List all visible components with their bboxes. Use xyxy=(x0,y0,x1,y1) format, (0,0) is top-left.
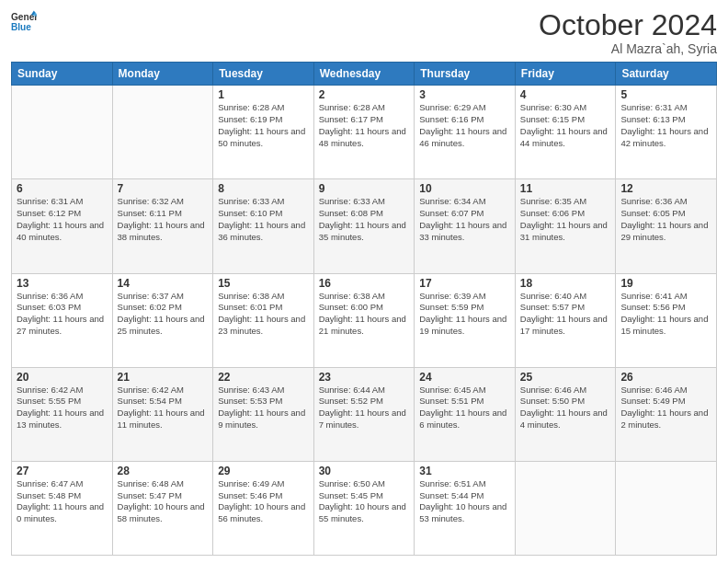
svg-text:Blue: Blue xyxy=(11,22,31,32)
day-number: 17 xyxy=(419,277,510,290)
day-info: Sunrise: 6:51 AM Sunset: 5:44 PM Dayligh… xyxy=(419,478,510,525)
calendar-cell: 26Sunrise: 6:46 AM Sunset: 5:49 PM Dayli… xyxy=(616,367,717,461)
day-number: 14 xyxy=(118,277,209,290)
calendar-cell: 1Sunrise: 6:28 AM Sunset: 6:19 PM Daylig… xyxy=(213,86,314,179)
day-number: 8 xyxy=(218,182,309,195)
day-info: Sunrise: 6:49 AM Sunset: 5:46 PM Dayligh… xyxy=(218,478,309,525)
day-number: 10 xyxy=(419,182,510,195)
calendar-cell: 27Sunrise: 6:47 AM Sunset: 5:48 PM Dayli… xyxy=(12,461,113,555)
title-block: October 2024 Al Mazra`ah, Syria xyxy=(539,9,717,56)
location-subtitle: Al Mazra`ah, Syria xyxy=(539,41,717,56)
week-row-3: 13Sunrise: 6:36 AM Sunset: 6:03 PM Dayli… xyxy=(12,273,717,367)
day-info: Sunrise: 6:34 AM Sunset: 6:07 PM Dayligh… xyxy=(419,196,510,243)
calendar-cell: 30Sunrise: 6:50 AM Sunset: 5:45 PM Dayli… xyxy=(313,461,415,555)
weekday-header-monday: Monday xyxy=(112,63,213,86)
day-number: 31 xyxy=(419,465,510,477)
weekday-header-saturday: Saturday xyxy=(616,63,717,86)
calendar-cell: 12Sunrise: 6:36 AM Sunset: 6:05 PM Dayli… xyxy=(616,179,717,273)
day-number: 24 xyxy=(419,371,510,384)
day-number: 4 xyxy=(520,88,611,101)
calendar-cell: 13Sunrise: 6:36 AM Sunset: 6:03 PM Dayli… xyxy=(12,273,113,367)
weekday-header-row: SundayMondayTuesdayWednesdayThursdayFrid… xyxy=(12,63,717,86)
day-info: Sunrise: 6:42 AM Sunset: 5:55 PM Dayligh… xyxy=(17,385,108,431)
day-number: 20 xyxy=(17,371,108,384)
calendar-cell: 5Sunrise: 6:31 AM Sunset: 6:13 PM Daylig… xyxy=(616,86,717,179)
day-number: 5 xyxy=(620,88,711,101)
day-number: 28 xyxy=(118,465,209,477)
day-info: Sunrise: 6:46 AM Sunset: 5:50 PM Dayligh… xyxy=(520,385,611,431)
calendar-cell: 21Sunrise: 6:42 AM Sunset: 5:54 PM Dayli… xyxy=(112,367,213,461)
day-info: Sunrise: 6:39 AM Sunset: 5:59 PM Dayligh… xyxy=(419,291,510,338)
week-row-1: 1Sunrise: 6:28 AM Sunset: 6:19 PM Daylig… xyxy=(12,86,717,179)
day-number: 1 xyxy=(218,88,309,101)
weekday-header-wednesday: Wednesday xyxy=(313,63,415,86)
day-info: Sunrise: 6:33 AM Sunset: 6:10 PM Dayligh… xyxy=(218,196,309,243)
day-info: Sunrise: 6:33 AM Sunset: 6:08 PM Dayligh… xyxy=(319,196,410,243)
day-info: Sunrise: 6:42 AM Sunset: 5:54 PM Dayligh… xyxy=(118,385,209,431)
day-number: 18 xyxy=(520,277,611,290)
calendar-cell: 6Sunrise: 6:31 AM Sunset: 6:12 PM Daylig… xyxy=(12,179,113,273)
weekday-header-tuesday: Tuesday xyxy=(213,63,314,86)
calendar-cell: 20Sunrise: 6:42 AM Sunset: 5:55 PM Dayli… xyxy=(12,367,113,461)
day-number: 22 xyxy=(218,371,309,384)
day-info: Sunrise: 6:48 AM Sunset: 5:47 PM Dayligh… xyxy=(118,478,209,525)
month-title: October 2024 xyxy=(539,9,717,41)
weekday-header-thursday: Thursday xyxy=(415,63,516,86)
day-number: 29 xyxy=(218,465,309,477)
day-info: Sunrise: 6:43 AM Sunset: 5:53 PM Dayligh… xyxy=(218,385,309,431)
day-info: Sunrise: 6:38 AM Sunset: 6:01 PM Dayligh… xyxy=(218,291,309,338)
weekday-header-friday: Friday xyxy=(515,63,616,86)
calendar-cell: 16Sunrise: 6:38 AM Sunset: 6:00 PM Dayli… xyxy=(313,273,415,367)
day-number: 9 xyxy=(319,182,410,195)
day-number: 16 xyxy=(319,277,410,290)
calendar-cell: 7Sunrise: 6:32 AM Sunset: 6:11 PM Daylig… xyxy=(112,179,213,273)
calendar-cell: 2Sunrise: 6:28 AM Sunset: 6:17 PM Daylig… xyxy=(313,86,415,179)
calendar-cell xyxy=(12,86,113,179)
calendar-cell: 22Sunrise: 6:43 AM Sunset: 5:53 PM Dayli… xyxy=(213,367,314,461)
day-number: 21 xyxy=(118,371,209,384)
calendar-cell: 25Sunrise: 6:46 AM Sunset: 5:50 PM Dayli… xyxy=(515,367,616,461)
day-info: Sunrise: 6:28 AM Sunset: 6:17 PM Dayligh… xyxy=(319,102,410,149)
calendar-cell: 3Sunrise: 6:29 AM Sunset: 6:16 PM Daylig… xyxy=(415,86,516,179)
day-info: Sunrise: 6:41 AM Sunset: 5:56 PM Dayligh… xyxy=(620,291,711,338)
day-number: 6 xyxy=(17,182,108,195)
calendar-cell: 10Sunrise: 6:34 AM Sunset: 6:07 PM Dayli… xyxy=(415,179,516,273)
day-number: 11 xyxy=(520,182,611,195)
week-row-4: 20Sunrise: 6:42 AM Sunset: 5:55 PM Dayli… xyxy=(12,367,717,461)
day-number: 26 xyxy=(620,371,711,384)
calendar-cell xyxy=(515,461,616,555)
calendar-page: General Blue October 2024 Al Mazra`ah, S… xyxy=(0,0,728,563)
calendar-cell: 4Sunrise: 6:30 AM Sunset: 6:15 PM Daylig… xyxy=(515,86,616,179)
day-info: Sunrise: 6:46 AM Sunset: 5:49 PM Dayligh… xyxy=(620,385,711,431)
calendar-cell: 17Sunrise: 6:39 AM Sunset: 5:59 PM Dayli… xyxy=(415,273,516,367)
day-info: Sunrise: 6:28 AM Sunset: 6:19 PM Dayligh… xyxy=(218,102,309,149)
calendar-cell: 11Sunrise: 6:35 AM Sunset: 6:06 PM Dayli… xyxy=(515,179,616,273)
day-number: 3 xyxy=(419,88,510,101)
day-number: 13 xyxy=(17,277,108,290)
day-info: Sunrise: 6:44 AM Sunset: 5:52 PM Dayligh… xyxy=(319,385,410,431)
calendar-cell: 28Sunrise: 6:48 AM Sunset: 5:47 PM Dayli… xyxy=(112,461,213,555)
day-info: Sunrise: 6:40 AM Sunset: 5:57 PM Dayligh… xyxy=(520,291,611,338)
day-info: Sunrise: 6:38 AM Sunset: 6:00 PM Dayligh… xyxy=(319,291,410,338)
calendar-cell: 31Sunrise: 6:51 AM Sunset: 5:44 PM Dayli… xyxy=(415,461,516,555)
day-info: Sunrise: 6:32 AM Sunset: 6:11 PM Dayligh… xyxy=(118,196,209,243)
calendar-cell: 14Sunrise: 6:37 AM Sunset: 6:02 PM Dayli… xyxy=(112,273,213,367)
calendar-cell xyxy=(112,86,213,179)
day-number: 15 xyxy=(218,277,309,290)
day-number: 2 xyxy=(319,88,410,101)
day-info: Sunrise: 6:50 AM Sunset: 5:45 PM Dayligh… xyxy=(319,478,410,525)
day-number: 25 xyxy=(520,371,611,384)
day-number: 12 xyxy=(620,182,711,195)
logo: General Blue xyxy=(11,9,37,35)
header: General Blue October 2024 Al Mazra`ah, S… xyxy=(11,9,717,56)
calendar-cell: 15Sunrise: 6:38 AM Sunset: 6:01 PM Dayli… xyxy=(213,273,314,367)
day-info: Sunrise: 6:45 AM Sunset: 5:51 PM Dayligh… xyxy=(419,385,510,431)
week-row-2: 6Sunrise: 6:31 AM Sunset: 6:12 PM Daylig… xyxy=(12,179,717,273)
day-info: Sunrise: 6:30 AM Sunset: 6:15 PM Dayligh… xyxy=(520,102,611,149)
calendar-table: SundayMondayTuesdayWednesdayThursdayFrid… xyxy=(11,62,717,556)
day-info: Sunrise: 6:29 AM Sunset: 6:16 PM Dayligh… xyxy=(419,102,510,149)
calendar-cell: 24Sunrise: 6:45 AM Sunset: 5:51 PM Dayli… xyxy=(415,367,516,461)
day-number: 30 xyxy=(319,465,410,477)
calendar-cell: 19Sunrise: 6:41 AM Sunset: 5:56 PM Dayli… xyxy=(616,273,717,367)
day-info: Sunrise: 6:47 AM Sunset: 5:48 PM Dayligh… xyxy=(17,478,108,525)
